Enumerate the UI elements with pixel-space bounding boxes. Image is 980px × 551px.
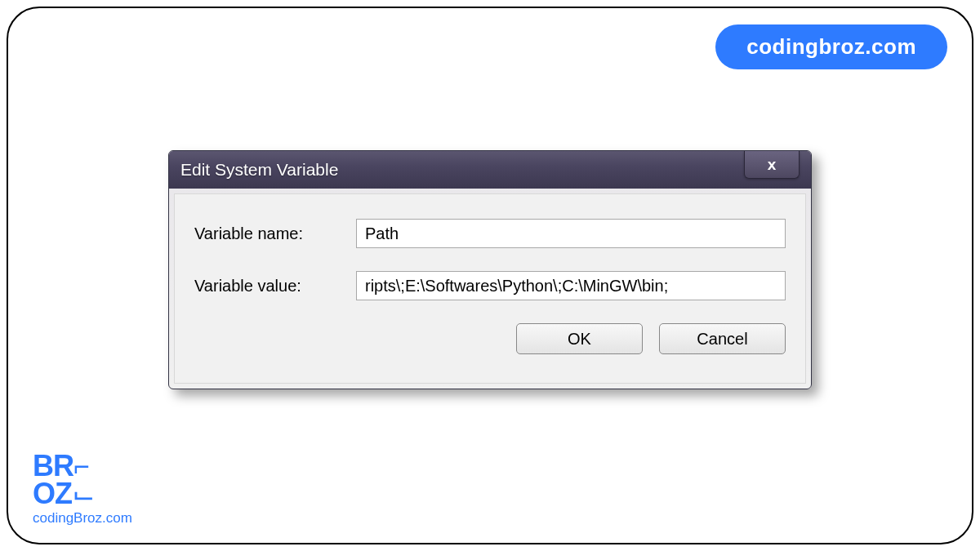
logo-area: BR⌐ OZ⌙ codingBroz.com bbox=[33, 452, 132, 527]
variable-value-row: Variable value: bbox=[194, 271, 786, 300]
dialog-title: Edit System Variable bbox=[180, 160, 338, 180]
variable-name-input[interactable] bbox=[356, 219, 786, 248]
variable-name-row: Variable name: bbox=[194, 219, 786, 248]
close-icon: x bbox=[768, 156, 777, 174]
variable-name-label: Variable name: bbox=[194, 224, 356, 243]
edit-system-variable-dialog: Edit System Variable x Variable name: Va… bbox=[168, 150, 812, 389]
ok-button[interactable]: OK bbox=[516, 323, 643, 354]
brand-badge: codingbroz.com bbox=[715, 24, 947, 69]
dialog-titlebar: Edit System Variable x bbox=[169, 151, 811, 189]
bracket-icon: ⌐ bbox=[74, 452, 89, 480]
bracket-icon: ⌙ bbox=[72, 480, 94, 508]
logo-subtext: codingBroz.com bbox=[33, 510, 132, 527]
variable-value-label: Variable value: bbox=[194, 277, 356, 295]
variable-value-input[interactable] bbox=[356, 271, 786, 300]
logo-text: BR⌐ OZ⌙ bbox=[33, 452, 132, 508]
cancel-button[interactable]: Cancel bbox=[659, 323, 786, 354]
close-button[interactable]: x bbox=[744, 151, 800, 179]
dialog-body: Variable name: Variable value: OK Cancel bbox=[174, 193, 806, 384]
button-row: OK Cancel bbox=[194, 323, 786, 354]
